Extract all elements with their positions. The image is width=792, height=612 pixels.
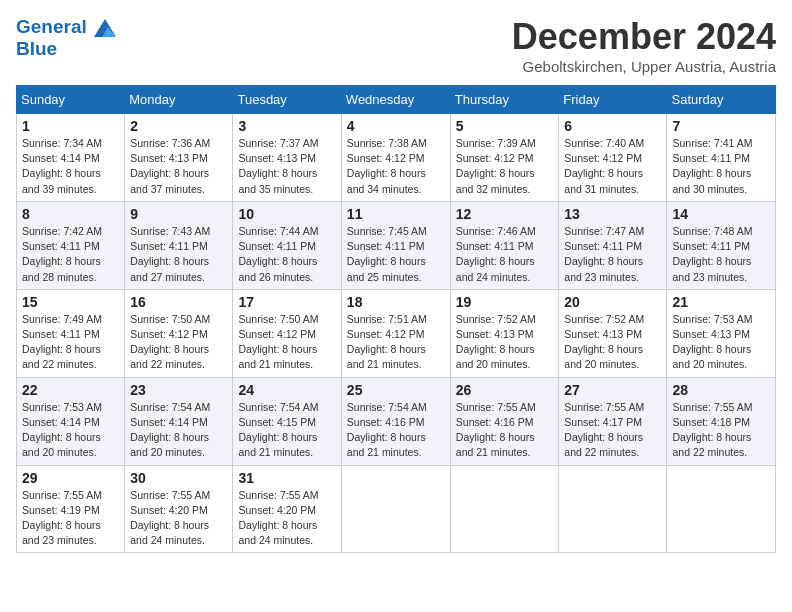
day-number: 10	[238, 206, 335, 222]
day-info: Sunrise: 7:38 AMSunset: 4:12 PMDaylight:…	[347, 136, 445, 197]
day-number: 4	[347, 118, 445, 134]
page-header: General Blue December 2024 Geboltskirche…	[16, 16, 776, 75]
day-info: Sunrise: 7:54 AMSunset: 4:15 PMDaylight:…	[238, 400, 335, 461]
day-info: Sunrise: 7:43 AMSunset: 4:11 PMDaylight:…	[130, 224, 227, 285]
day-number: 16	[130, 294, 227, 310]
calendar-cell: 31 Sunrise: 7:55 AMSunset: 4:20 PMDaylig…	[233, 465, 341, 553]
day-info: Sunrise: 7:47 AMSunset: 4:11 PMDaylight:…	[564, 224, 661, 285]
calendar-cell: 6 Sunrise: 7:40 AMSunset: 4:12 PMDayligh…	[559, 114, 667, 202]
day-number: 27	[564, 382, 661, 398]
day-number: 30	[130, 470, 227, 486]
day-info: Sunrise: 7:39 AMSunset: 4:12 PMDaylight:…	[456, 136, 554, 197]
day-number: 7	[672, 118, 770, 134]
day-number: 11	[347, 206, 445, 222]
day-info: Sunrise: 7:41 AMSunset: 4:11 PMDaylight:…	[672, 136, 770, 197]
calendar-cell: 1 Sunrise: 7:34 AMSunset: 4:14 PMDayligh…	[17, 114, 125, 202]
calendar-cell: 25 Sunrise: 7:54 AMSunset: 4:16 PMDaylig…	[341, 377, 450, 465]
day-info: Sunrise: 7:54 AMSunset: 4:16 PMDaylight:…	[347, 400, 445, 461]
column-header-monday: Monday	[125, 86, 233, 114]
day-number: 15	[22, 294, 119, 310]
calendar-cell: 8 Sunrise: 7:42 AMSunset: 4:11 PMDayligh…	[17, 201, 125, 289]
calendar-cell: 26 Sunrise: 7:55 AMSunset: 4:16 PMDaylig…	[450, 377, 559, 465]
day-info: Sunrise: 7:46 AMSunset: 4:11 PMDaylight:…	[456, 224, 554, 285]
calendar-cell: 4 Sunrise: 7:38 AMSunset: 4:12 PMDayligh…	[341, 114, 450, 202]
day-info: Sunrise: 7:45 AMSunset: 4:11 PMDaylight:…	[347, 224, 445, 285]
day-number: 29	[22, 470, 119, 486]
calendar-cell: 12 Sunrise: 7:46 AMSunset: 4:11 PMDaylig…	[450, 201, 559, 289]
day-info: Sunrise: 7:50 AMSunset: 4:12 PMDaylight:…	[238, 312, 335, 373]
calendar-cell	[341, 465, 450, 553]
day-number: 3	[238, 118, 335, 134]
logo-icon	[94, 19, 116, 37]
calendar-cell: 29 Sunrise: 7:55 AMSunset: 4:19 PMDaylig…	[17, 465, 125, 553]
day-number: 26	[456, 382, 554, 398]
day-number: 1	[22, 118, 119, 134]
day-info: Sunrise: 7:48 AMSunset: 4:11 PMDaylight:…	[672, 224, 770, 285]
calendar-cell: 27 Sunrise: 7:55 AMSunset: 4:17 PMDaylig…	[559, 377, 667, 465]
day-number: 31	[238, 470, 335, 486]
day-number: 17	[238, 294, 335, 310]
day-info: Sunrise: 7:53 AMSunset: 4:13 PMDaylight:…	[672, 312, 770, 373]
calendar-cell: 24 Sunrise: 7:54 AMSunset: 4:15 PMDaylig…	[233, 377, 341, 465]
day-number: 5	[456, 118, 554, 134]
calendar-cell: 16 Sunrise: 7:50 AMSunset: 4:12 PMDaylig…	[125, 289, 233, 377]
day-info: Sunrise: 7:53 AMSunset: 4:14 PMDaylight:…	[22, 400, 119, 461]
calendar-cell: 18 Sunrise: 7:51 AMSunset: 4:12 PMDaylig…	[341, 289, 450, 377]
day-info: Sunrise: 7:40 AMSunset: 4:12 PMDaylight:…	[564, 136, 661, 197]
week-row-2: 8 Sunrise: 7:42 AMSunset: 4:11 PMDayligh…	[17, 201, 776, 289]
day-info: Sunrise: 7:42 AMSunset: 4:11 PMDaylight:…	[22, 224, 119, 285]
calendar-cell: 17 Sunrise: 7:50 AMSunset: 4:12 PMDaylig…	[233, 289, 341, 377]
title-block: December 2024 Geboltskirchen, Upper Aust…	[512, 16, 776, 75]
calendar-cell	[667, 465, 776, 553]
column-header-wednesday: Wednesday	[341, 86, 450, 114]
day-number: 22	[22, 382, 119, 398]
week-row-4: 22 Sunrise: 7:53 AMSunset: 4:14 PMDaylig…	[17, 377, 776, 465]
day-info: Sunrise: 7:55 AMSunset: 4:16 PMDaylight:…	[456, 400, 554, 461]
day-info: Sunrise: 7:49 AMSunset: 4:11 PMDaylight:…	[22, 312, 119, 373]
calendar-cell: 23 Sunrise: 7:54 AMSunset: 4:14 PMDaylig…	[125, 377, 233, 465]
day-info: Sunrise: 7:34 AMSunset: 4:14 PMDaylight:…	[22, 136, 119, 197]
day-number: 14	[672, 206, 770, 222]
day-info: Sunrise: 7:55 AMSunset: 4:20 PMDaylight:…	[130, 488, 227, 549]
column-header-friday: Friday	[559, 86, 667, 114]
day-info: Sunrise: 7:50 AMSunset: 4:12 PMDaylight:…	[130, 312, 227, 373]
logo: General Blue	[16, 16, 116, 60]
day-info: Sunrise: 7:37 AMSunset: 4:13 PMDaylight:…	[238, 136, 335, 197]
day-info: Sunrise: 7:55 AMSunset: 4:18 PMDaylight:…	[672, 400, 770, 461]
calendar-cell: 2 Sunrise: 7:36 AMSunset: 4:13 PMDayligh…	[125, 114, 233, 202]
calendar-cell: 7 Sunrise: 7:41 AMSunset: 4:11 PMDayligh…	[667, 114, 776, 202]
calendar-cell: 28 Sunrise: 7:55 AMSunset: 4:18 PMDaylig…	[667, 377, 776, 465]
day-info: Sunrise: 7:54 AMSunset: 4:14 PMDaylight:…	[130, 400, 227, 461]
day-number: 13	[564, 206, 661, 222]
calendar-cell: 22 Sunrise: 7:53 AMSunset: 4:14 PMDaylig…	[17, 377, 125, 465]
day-number: 12	[456, 206, 554, 222]
calendar-table: SundayMondayTuesdayWednesdayThursdayFrid…	[16, 85, 776, 553]
week-row-5: 29 Sunrise: 7:55 AMSunset: 4:19 PMDaylig…	[17, 465, 776, 553]
month-title: December 2024	[512, 16, 776, 58]
day-number: 9	[130, 206, 227, 222]
calendar-cell: 14 Sunrise: 7:48 AMSunset: 4:11 PMDaylig…	[667, 201, 776, 289]
day-number: 25	[347, 382, 445, 398]
day-number: 28	[672, 382, 770, 398]
week-row-3: 15 Sunrise: 7:49 AMSunset: 4:11 PMDaylig…	[17, 289, 776, 377]
day-number: 6	[564, 118, 661, 134]
calendar-header-row: SundayMondayTuesdayWednesdayThursdayFrid…	[17, 86, 776, 114]
calendar-cell: 11 Sunrise: 7:45 AMSunset: 4:11 PMDaylig…	[341, 201, 450, 289]
day-info: Sunrise: 7:36 AMSunset: 4:13 PMDaylight:…	[130, 136, 227, 197]
location: Geboltskirchen, Upper Austria, Austria	[512, 58, 776, 75]
day-info: Sunrise: 7:52 AMSunset: 4:13 PMDaylight:…	[564, 312, 661, 373]
column-header-tuesday: Tuesday	[233, 86, 341, 114]
day-info: Sunrise: 7:52 AMSunset: 4:13 PMDaylight:…	[456, 312, 554, 373]
column-header-thursday: Thursday	[450, 86, 559, 114]
day-number: 18	[347, 294, 445, 310]
day-info: Sunrise: 7:55 AMSunset: 4:19 PMDaylight:…	[22, 488, 119, 549]
logo-text: General	[16, 16, 116, 38]
day-number: 20	[564, 294, 661, 310]
day-number: 24	[238, 382, 335, 398]
calendar-cell: 5 Sunrise: 7:39 AMSunset: 4:12 PMDayligh…	[450, 114, 559, 202]
day-info: Sunrise: 7:51 AMSunset: 4:12 PMDaylight:…	[347, 312, 445, 373]
day-info: Sunrise: 7:55 AMSunset: 4:17 PMDaylight:…	[564, 400, 661, 461]
day-number: 8	[22, 206, 119, 222]
column-header-sunday: Sunday	[17, 86, 125, 114]
day-number: 23	[130, 382, 227, 398]
